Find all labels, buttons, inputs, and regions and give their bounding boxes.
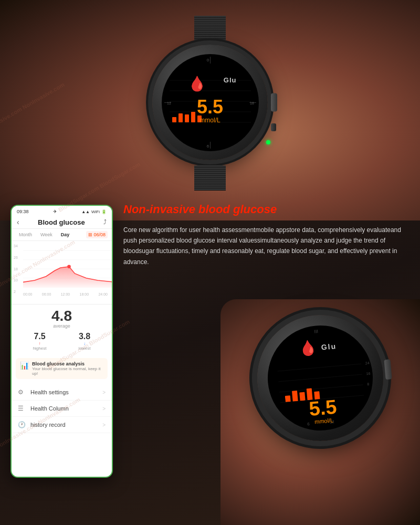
highest-icon: ↑ [33,341,47,346]
svg-text:12: 12 [167,101,171,105]
menu-label-health-column: Health Column [30,405,98,412]
middle-section: 09:38 ✈ ▲▲ WiFi 🔋 ‹ Blood glucose ⤴ Mont… [0,200,420,478]
arrow-icon-3: > [102,422,106,428]
watch-button [271,123,276,131]
watch-glu-label: Glu [224,76,237,84]
menu-item-health-settings[interactable]: ⚙ Health settings > [12,384,112,401]
chart-y-axis: 34 26 18 10 2 [14,244,18,293]
menu-label-history: history record [30,422,98,428]
date-tabs: Month Week Day ⊞ 06/08 [12,229,112,241]
nav-arrow: ✈ [53,209,57,214]
phone-header: ‹ Blood glucose ⤴ [12,216,112,229]
watch-crown [271,93,277,112]
lowest-value: 3.8 [79,332,91,341]
lowest-stat: 3.8 ↓ lowest [79,332,91,351]
phone-mockup: 09:38 ✈ ▲▲ WiFi 🔋 ‹ Blood glucose ⤴ Mont… [10,205,113,478]
analysis-icon: 📊 [20,361,29,370]
svg-text:18: 18 [250,101,254,105]
menu-item-history[interactable]: 🕐 history record > [12,417,112,433]
tab-day[interactable]: Day [58,231,73,238]
highest-stat: 7.5 ↑ highest [33,332,47,351]
svg-rect-14 [178,113,183,122]
screen-title: Blood glucose [19,218,103,226]
arrow-icon-2: > [102,406,106,412]
svg-text:6: 6 [206,144,209,149]
highest-label: highest [33,346,47,351]
date-label[interactable]: ⊞ 06/08 [86,231,108,238]
glucose-drop-icon: 🩸 [188,75,206,92]
lowest-label: lowest [79,346,91,351]
share-button[interactable]: ⤴ [103,218,107,226]
tab-week[interactable]: Week [37,231,56,238]
arrow-icon: > [102,390,106,395]
average-label: average [17,323,107,329]
analysis-subtitle: Your blood glucose is normal, keep it up… [32,366,103,376]
sensor-dot [266,140,270,144]
glucose-stats: 4.8 average 7.5 ↑ highest 3.8 ↓ lowest [12,304,112,355]
analysis-text: Blood glucose analysis Your blood glucos… [32,361,103,376]
headline: Non-invasive blood glucose [123,202,410,217]
svg-point-22 [67,265,71,269]
settings-icon: ⚙ [18,388,26,396]
phone-menu: ⚙ Health settings > ☰ Health Column > 🕐 … [12,382,112,435]
average-value: 4.8 [17,309,107,323]
tab-month[interactable]: Month [16,231,35,238]
chart-x-axis: 00:00 06:00 12:00 18:00 24:00 [23,292,108,296]
stat-row: 7.5 ↑ highest 3.8 ↓ lowest [17,332,107,351]
analysis-card: 📊 Blood glucose analysis Your blood gluc… [16,358,108,379]
watch-top: 0 6 12 18 🩸 Glu [152,16,268,131]
history-icon: 🕐 [18,421,26,428]
body-text: Core new algorithm for user health asses… [123,225,410,268]
status-time: 09:38 [17,209,29,214]
right-content: Non-invasive blood glucose Core new algo… [123,200,410,478]
top-section: 0 6 12 18 🩸 Glu [0,0,420,220]
phone-status-bar: 09:38 ✈ ▲▲ WiFi 🔋 [12,206,112,216]
svg-rect-16 [191,112,195,122]
menu-item-health-column[interactable]: ☰ Health Column > [12,401,112,417]
chart-svg [23,244,113,291]
highest-value: 7.5 [33,332,47,341]
watch-value-top: 5.5 mmol/L [197,98,223,124]
lowest-icon: ↓ [79,341,91,346]
glucose-chart: 34 26 18 10 2 [12,241,112,304]
svg-rect-15 [185,114,189,122]
average-stat: 4.8 average [17,309,107,329]
svg-text:0: 0 [206,58,209,62]
status-icons: ▲▲ WiFi 🔋 [81,209,107,214]
svg-rect-13 [172,117,176,122]
column-icon: ☰ [18,405,26,412]
menu-label-health-settings: Health settings [30,389,98,395]
watch-screen-top: 0 6 12 18 🩸 Glu [162,54,259,151]
analysis-title: Blood glucose analysis [32,361,103,366]
